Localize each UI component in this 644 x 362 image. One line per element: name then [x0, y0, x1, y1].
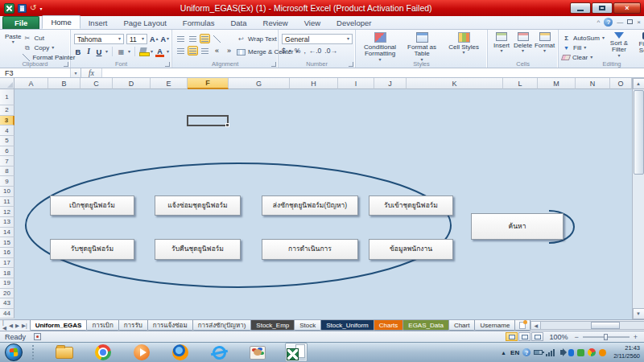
- vertical-scrollbar[interactable]: ▲ ▼: [632, 78, 644, 319]
- row-header-11[interactable]: 11: [0, 197, 14, 208]
- name-box[interactable]: F3: [0, 68, 71, 77]
- search-button[interactable]: ค้นหา: [471, 213, 564, 240]
- chrome-tray-icon[interactable]: [588, 348, 596, 356]
- column-header-A[interactable]: A: [14, 78, 48, 89]
- firefox-taskbar-icon[interactable]: [169, 343, 192, 362]
- workbook-close-icon[interactable]: ×: [637, 19, 641, 26]
- decrease-indent-button[interactable]: «: [212, 46, 222, 56]
- row-header-9[interactable]: 9: [0, 176, 14, 187]
- help-tray-icon[interactable]: ?: [522, 348, 530, 356]
- page-layout-view-button[interactable]: [518, 332, 530, 341]
- font-name-select[interactable]: Tahoma▾: [74, 34, 124, 44]
- zoom-slider-thumb[interactable]: [604, 334, 608, 340]
- windows-explorer-taskbar-icon[interactable]: [53, 343, 76, 362]
- percent-style-button[interactable]: %: [295, 47, 301, 55]
- align-center-button[interactable]: [188, 46, 198, 56]
- row-header-17[interactable]: 17: [0, 258, 14, 269]
- insert-function-button[interactable]: fx: [81, 68, 102, 77]
- scroll-left-icon[interactable]: ◀: [530, 321, 541, 330]
- column-header-I[interactable]: I: [338, 78, 374, 89]
- close-button[interactable]: ×: [613, 2, 641, 14]
- network-signal-icon[interactable]: [546, 348, 555, 357]
- pin-ribbon-icon[interactable]: ^: [597, 19, 601, 26]
- battery-icon[interactable]: [534, 348, 543, 357]
- sheet-tab-stock-uniform[interactable]: Stock_Uniform: [320, 320, 374, 331]
- cut-button[interactable]: ✂Cut: [23, 34, 75, 43]
- sheet-tab-การส่งซัก-ปัญหา[interactable]: การส่งซัก(ปัญหา): [192, 320, 252, 331]
- row-header-18[interactable]: 18: [0, 268, 14, 278]
- last-sheet-button[interactable]: ▶|: [22, 323, 27, 329]
- workbook-restore-icon[interactable]: [627, 19, 633, 24]
- excel-taskbar-icon[interactable]: [285, 343, 308, 362]
- bluetooth-icon[interactable]: [568, 349, 574, 356]
- zoom-slider[interactable]: [583, 336, 630, 338]
- sheet-tab-egas-data[interactable]: EGAS_Data: [402, 320, 449, 331]
- column-header-O[interactable]: O: [610, 78, 632, 89]
- sheet-tab-การรับ[interactable]: การรับ: [118, 320, 148, 331]
- ribbon-tab-view[interactable]: View: [296, 17, 328, 29]
- font-dialog-launcher[interactable]: [165, 62, 170, 67]
- delete-cells-button[interactable]: Delete ▾: [512, 31, 534, 54]
- language-indicator[interactable]: EN: [510, 349, 519, 356]
- scroll-up-icon[interactable]: ▲: [633, 78, 644, 89]
- zoom-out-button[interactable]: −: [572, 333, 580, 341]
- column-header-N[interactable]: N: [576, 78, 610, 89]
- fill-color-button[interactable]: [139, 47, 148, 56]
- horizontal-scroll-thumb[interactable]: [591, 322, 620, 329]
- sheet-tab-stock[interactable]: Stock: [294, 320, 321, 331]
- normal-view-button[interactable]: [506, 332, 518, 341]
- bold-button[interactable]: B: [74, 47, 82, 56]
- row-header-4[interactable]: 4: [0, 125, 14, 136]
- form-button-เบิกชุดยูนิฟอร์ม[interactable]: เบิกชุดยูนิฟอร์ม: [50, 195, 134, 216]
- row-header-5[interactable]: 5: [0, 136, 14, 146]
- number-format-select[interactable]: General▾: [282, 34, 353, 44]
- column-header-E[interactable]: E: [151, 78, 188, 89]
- insert-cells-button[interactable]: Insert ▾: [491, 31, 512, 54]
- conditional-formatting-button[interactable]: Conditional Formatting ▾: [359, 31, 401, 63]
- align-left-button[interactable]: [175, 46, 186, 56]
- top-align-button[interactable]: [175, 34, 186, 43]
- name-box-dropdown-icon[interactable]: ▾: [71, 68, 81, 77]
- selected-cell-F3[interactable]: [187, 115, 229, 126]
- copy-button[interactable]: ⧉Copy▾: [23, 43, 75, 52]
- row-header-3[interactable]: 3: [0, 116, 14, 126]
- ribbon-tab-formulas[interactable]: Formulas: [175, 17, 223, 29]
- row-header-14[interactable]: 14: [0, 228, 14, 238]
- row-header-15[interactable]: 15: [0, 237, 14, 248]
- sheet-tab-username[interactable]: Username: [474, 320, 515, 331]
- security-icon[interactable]: [577, 349, 584, 356]
- prev-sheet-button[interactable]: ◀: [9, 323, 13, 329]
- ribbon-tab-review[interactable]: Review: [255, 17, 296, 29]
- ribbon-tab-file[interactable]: File: [2, 16, 39, 29]
- font-color-button[interactable]: A: [155, 47, 164, 56]
- clipboard-dialog-launcher[interactable]: [64, 62, 68, 67]
- column-header-H[interactable]: H: [290, 78, 338, 89]
- sheet-tab-การแจ้งซ่อม[interactable]: การแจ้งซ่อม: [147, 320, 193, 331]
- row-header-43[interactable]: 43: [0, 298, 14, 309]
- select-all-corner[interactable]: [0, 78, 14, 89]
- row-header-6[interactable]: 6: [0, 146, 14, 157]
- ribbon-tab-page-layout[interactable]: Page Layout: [115, 17, 174, 29]
- page-break-preview-button[interactable]: [531, 332, 543, 341]
- form-button-ส่งซักชุดยูนิฟอร์ม-ปัญหา[interactable]: ส่งซักชุดยูนิฟอร์ม(ปัญหา): [262, 195, 358, 216]
- row-header-8[interactable]: 8: [0, 167, 14, 177]
- sheet-tab-charts[interactable]: Charts: [374, 320, 404, 331]
- row-header-13[interactable]: 13: [0, 217, 14, 228]
- grow-font-button[interactable]: A▴: [150, 35, 159, 43]
- horizontal-scrollbar[interactable]: ◀ ▶: [530, 320, 644, 331]
- cell-styles-button[interactable]: Cell Styles ▾: [443, 31, 485, 56]
- column-header-D[interactable]: D: [113, 78, 151, 89]
- comma-style-button[interactable]: ,: [303, 47, 305, 55]
- column-header-J[interactable]: J: [374, 78, 407, 89]
- internet-explorer-taskbar-icon[interactable]: [208, 343, 230, 362]
- accounting-format-button[interactable]: $: [282, 47, 286, 55]
- form-button-การดำเนินการ[interactable]: การดำเนินการ: [262, 239, 358, 260]
- ribbon-tab-data[interactable]: Data: [222, 17, 254, 29]
- row-header-10[interactable]: 10: [0, 187, 14, 197]
- help-icon[interactable]: ?: [604, 18, 613, 27]
- italic-button[interactable]: I: [85, 47, 93, 56]
- volume-icon[interactable]: [558, 348, 565, 357]
- sheet-tab-stock-emp[interactable]: Stock_Emp: [250, 320, 295, 331]
- workbook-minimize-icon[interactable]: —: [617, 19, 623, 26]
- bottom-align-button[interactable]: [200, 34, 210, 43]
